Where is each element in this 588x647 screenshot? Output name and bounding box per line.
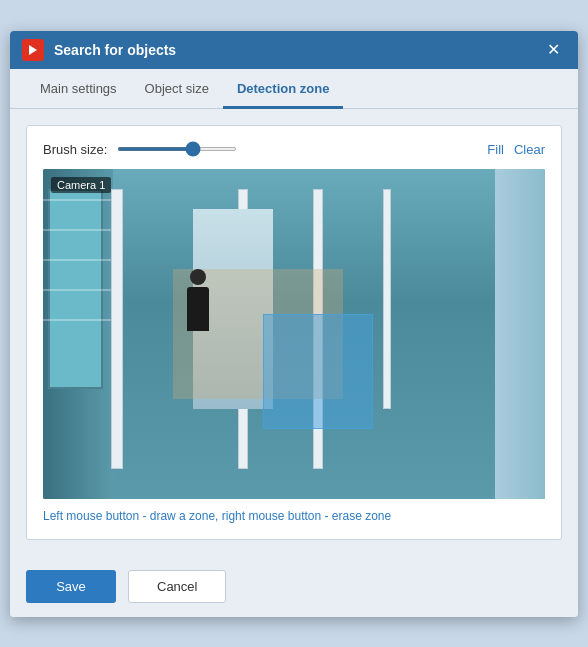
tab-detection-zone[interactable]: Detection zone bbox=[223, 69, 343, 109]
dialog-title: Search for objects bbox=[54, 42, 531, 58]
close-button[interactable]: ✕ bbox=[541, 40, 566, 60]
stair-line-5 bbox=[43, 319, 118, 321]
svg-marker-0 bbox=[29, 45, 37, 55]
camera-view[interactable]: Camera 1 bbox=[43, 169, 545, 499]
tab-object-size[interactable]: Object size bbox=[131, 69, 223, 109]
content-area: Brush size: Fill Clear bbox=[10, 109, 578, 556]
person-body bbox=[187, 287, 209, 331]
save-button[interactable]: Save bbox=[26, 570, 116, 603]
person-silhouette bbox=[183, 269, 213, 329]
brush-row: Brush size: Fill Clear bbox=[43, 142, 545, 157]
brush-size-slider[interactable] bbox=[117, 147, 237, 151]
stair-line-2 bbox=[43, 229, 118, 231]
person-head bbox=[190, 269, 206, 285]
clear-button[interactable]: Clear bbox=[514, 142, 545, 157]
tab-main-settings[interactable]: Main settings bbox=[26, 69, 131, 109]
tab-bar: Main settings Object size Detection zone bbox=[10, 69, 578, 109]
app-icon bbox=[22, 39, 44, 61]
scene-right-wall bbox=[495, 169, 545, 499]
title-bar: Search for objects ✕ bbox=[10, 31, 578, 69]
panel-far-right bbox=[383, 189, 391, 409]
cancel-button[interactable]: Cancel bbox=[128, 570, 226, 603]
brush-label: Brush size: bbox=[43, 142, 107, 157]
stair-line-1 bbox=[43, 199, 118, 201]
panel-left bbox=[111, 189, 123, 469]
dialog: Search for objects ✕ Main settings Objec… bbox=[10, 31, 578, 617]
stair-line-4 bbox=[43, 289, 118, 291]
brush-slider-container bbox=[117, 147, 487, 151]
stair-line-3 bbox=[43, 259, 118, 261]
detection-zone-overlay[interactable] bbox=[263, 314, 373, 429]
hint-text: Left mouse button - draw a zone, right m… bbox=[43, 509, 545, 523]
footer: Save Cancel bbox=[10, 556, 578, 617]
camera-label: Camera 1 bbox=[51, 177, 111, 193]
fill-clear-group: Fill Clear bbox=[487, 142, 545, 157]
fill-button[interactable]: Fill bbox=[487, 142, 504, 157]
settings-panel: Brush size: Fill Clear bbox=[26, 125, 562, 540]
